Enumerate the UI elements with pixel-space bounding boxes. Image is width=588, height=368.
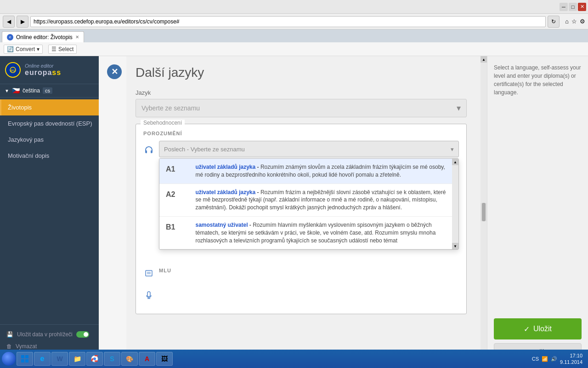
forward-button[interactable]: ▶ [17, 16, 28, 28]
taskbar-tray: CS 📶 🔊 17:10 9.11.2014 [528, 352, 586, 366]
select-button[interactable]: ☰ Select [48, 45, 77, 54]
start-button[interactable] [2, 352, 16, 366]
taskbar-app-skype[interactable]: S [104, 352, 120, 366]
poslech-dropdown-container: Poslech - Vyberte ze seznamu ▾ ▲ ▼ [159, 141, 459, 157]
tray-network-icon: 📶 [542, 356, 548, 362]
svg-text:eu: eu [11, 68, 15, 73]
poslech-select[interactable]: Poslech - Vyberte ze seznamu ▾ [159, 141, 459, 157]
content-scrollbar[interactable]: ▲ ▼ [481, 56, 487, 368]
level-name-b1: samostatný uživatel [195, 222, 248, 228]
active-tab[interactable]: e Online editor: Životopis ✕ [2, 31, 84, 42]
jazyk-placeholder: Vyberte ze seznamu [141, 104, 200, 112]
level-code-a1: A1 [166, 164, 175, 179]
tray-clock: 17:10 9.11.2014 [560, 352, 582, 366]
dropdown-arrow-icon: ▼ [5, 88, 9, 93]
maximize-button[interactable]: □ [569, 3, 577, 11]
level-code-b1: B1 [166, 222, 175, 244]
convert-label: Convert [16, 46, 35, 52]
close-button[interactable]: ✕ [578, 3, 586, 11]
right-panel: Select a language, self-assess your leve… [487, 56, 588, 368]
home-icon[interactable]: ⌂ [565, 18, 569, 25]
sidebar-nav: Životopis Evropský pas dovedností (ESP) … [0, 98, 99, 324]
dropdown-item-a1[interactable]: A1 uživatel základů jazyka - Rozumím zná… [159, 159, 458, 184]
tab-label: Online editor: Životopis [16, 34, 73, 40]
select-icon: ☰ [51, 46, 57, 52]
taskbar-app-photos[interactable]: 🖼 [156, 352, 173, 366]
refresh-button[interactable]: ↻ [548, 16, 560, 28]
sidebar-logo: eu Online editor europass [0, 56, 99, 84]
browser-titlebar: ─ □ ✕ [0, 0, 588, 14]
logo-title: Online editor [25, 63, 61, 69]
toggle-switch[interactable] [76, 331, 89, 338]
app-toolbar: 🔄 Convert ▾ ☰ Select [0, 42, 588, 56]
save-button[interactable]: ✓ Uložit [494, 318, 582, 339]
dropdown-scrollbar: ▲ ▼ [452, 159, 458, 249]
close-icon: ✕ [111, 67, 118, 77]
form-title: Další jazyky [136, 65, 467, 80]
sidebar-item-motivacni[interactable]: Motivační dopis [0, 148, 99, 164]
tab-favicon: e [7, 34, 13, 40]
poslech-dropdown-list: ▲ ▼ A1 uživatel základů jazyka [159, 158, 459, 250]
svg-rect-9 [25, 359, 28, 362]
mlu-label: MLU [159, 268, 171, 273]
sidebar-item-esp[interactable]: Evropský pas dovedností (ESP) [0, 115, 99, 132]
svg-rect-7 [25, 355, 28, 358]
taskbar-app-paint[interactable]: 🎨 [121, 352, 138, 366]
level-content-a1: uživatel základů jazyka - Rozumím známým… [195, 163, 449, 179]
star-icon[interactable]: ☆ [571, 18, 577, 25]
level-content-b1: samostatný uživatel - Rozumím hlavním my… [195, 221, 449, 244]
level-content-a2: uživatel základů jazyka - Rozumím frázím… [195, 189, 449, 212]
taskbar-app-acrobat[interactable]: A [139, 352, 155, 366]
tab-bar: e Online editor: Životopis ✕ [0, 29, 588, 42]
lang-code: cs [43, 87, 52, 94]
address-bar[interactable] [30, 16, 546, 27]
scroll-up-button[interactable]: ▲ [481, 56, 487, 63]
trash-icon: 🗑 [6, 343, 12, 350]
jazyk-select[interactable]: Vyberte ze seznamu ▾ [136, 99, 467, 117]
logo-text-block: Online editor europass [25, 63, 61, 77]
save-checkmark-icon: ✓ [524, 325, 530, 334]
sebehodnoceni-box: Sebehodnocení POROZUMĚNÍ Poslech - Vyber… [136, 124, 467, 314]
sidebar-ulozit[interactable]: 💾 Uložit data v prohlížeči [0, 328, 99, 340]
tab-close-icon[interactable]: ✕ [75, 34, 79, 40]
back-button[interactable]: ◀ [3, 16, 15, 28]
dropdown-scroll-up[interactable]: ▲ [452, 159, 458, 165]
jazyk-label: Jazyk [136, 89, 467, 96]
reading-icon [143, 268, 154, 279]
scroll-thumb [482, 203, 486, 221]
mlu-row: MLU [136, 262, 466, 282]
sebehodnoceni-title: Sebehodnocení [141, 120, 185, 126]
tools-icon[interactable]: ⚙ [580, 18, 585, 25]
dropdown-item-a2[interactable]: A2 uživatel základů jazyka - Rozumím frá… [159, 184, 458, 217]
minimize-button[interactable]: ─ [560, 3, 568, 11]
taskbar-app-chrome[interactable] [86, 352, 103, 366]
europa-logo-icon: eu [5, 62, 21, 78]
convert-dropdown-icon: ▾ [37, 46, 40, 52]
sidebar: eu Online editor europass ▼ 🇨🇿 čeština c… [0, 56, 99, 368]
lang-selector[interactable]: ▼ 🇨🇿 čeština cs [0, 84, 99, 98]
speaking-icon [143, 290, 154, 301]
taskbar-app-ie[interactable]: e [34, 352, 51, 366]
taskbar-app-files[interactable]: 📁 [69, 352, 85, 366]
dropdown-item-b1[interactable]: B1 samostatný uživatel - Rozumím hlavním… [159, 217, 458, 249]
select-label: Select [58, 46, 74, 52]
main-layout: eu Online editor europass ▼ 🇨🇿 čeština c… [0, 56, 588, 368]
save-icon: 💾 [6, 331, 13, 338]
svg-point-11 [93, 357, 96, 360]
taskbar-app-word[interactable]: W [51, 352, 68, 366]
taskbar-app-windows[interactable] [17, 352, 33, 366]
sidebar-item-jazykovy[interactable]: Jazykový pas [0, 132, 99, 148]
modal-close-button[interactable]: ✕ [107, 64, 122, 79]
poslech-arrow-icon: ▾ [451, 146, 454, 153]
tray-time: 17:10 [560, 352, 582, 359]
dropdown-scroll-down[interactable]: ▼ [452, 243, 458, 249]
convert-button[interactable]: 🔄 Convert ▾ [4, 45, 43, 54]
lang-name: čeština [23, 87, 40, 94]
level-sep-a2: - [257, 189, 260, 196]
select-arrow-icon: ▾ [457, 103, 461, 113]
help-text: Select a language, self-assess your leve… [494, 63, 582, 313]
sidebar-item-zivotopis[interactable]: Životopis [0, 99, 99, 115]
poslech-row: Poslech - Vyberte ze seznamu ▾ ▲ ▼ [136, 139, 466, 161]
form-panel: Další jazyky Jazyk Vyberte ze seznamu ▾ … [126, 56, 481, 368]
level-sep-a1: - [257, 164, 260, 170]
